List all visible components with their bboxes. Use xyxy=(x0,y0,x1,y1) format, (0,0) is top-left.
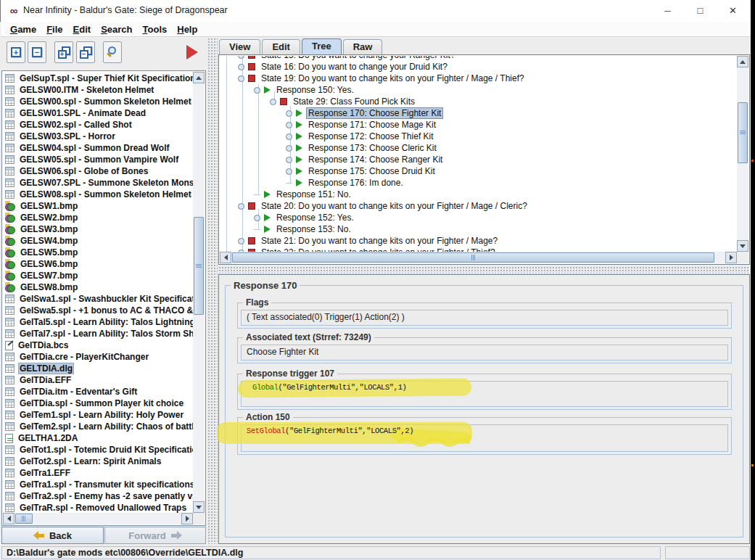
minimize-button[interactable]: ─ xyxy=(651,0,684,22)
scroll-left-arrow-icon[interactable] xyxy=(220,252,231,263)
list-item[interactable]: GelTDia.cre - PlayerKitChanger xyxy=(3,351,193,363)
scrollbar-thumb[interactable] xyxy=(15,514,33,524)
tree-node-state[interactable]: State 20: Do you want to change kits on … xyxy=(238,200,529,212)
list-item[interactable]: GELSW06.spl - Globe of Bones xyxy=(3,165,193,177)
list-item[interactable]: GelSwa1.spl - Swashbuckler Kit Specifica… xyxy=(3,293,193,305)
list-item[interactable]: GelTra2.spl - Enemy has -2 save penatly … xyxy=(3,490,193,502)
tab-tree[interactable]: Tree xyxy=(302,38,342,54)
list-item[interactable]: GELSW07.SPL - Summone Skeleton Monste xyxy=(3,177,193,189)
collapse-all-button[interactable]: − xyxy=(76,41,95,63)
expand-toggle-icon[interactable] xyxy=(254,87,260,94)
expand-toggle-icon[interactable] xyxy=(254,215,260,221)
list-item[interactable]: GELSW02.spl - Called Shot xyxy=(3,119,193,131)
list-item[interactable]: GELSW1.bmp xyxy=(3,200,193,212)
expand-toggle-icon[interactable] xyxy=(238,64,244,70)
expand-toggle-icon[interactable] xyxy=(286,110,292,117)
menu-item-search[interactable]: Search xyxy=(96,24,137,35)
find-button[interactable] xyxy=(103,41,122,63)
list-item[interactable]: GELSW03.SPL - Horror xyxy=(3,131,193,142)
expand-toggle-icon[interactable] xyxy=(238,203,244,210)
list-item[interactable]: GelTra1.EFF xyxy=(3,467,193,479)
tree-vertical-scrollbar[interactable] xyxy=(737,56,748,252)
expand-toggle-icon[interactable] xyxy=(286,168,292,175)
list-item[interactable]: GELSW7.bmp xyxy=(3,270,193,281)
tree-node-state[interactable]: State 19: Do you want to change kits on … xyxy=(238,73,527,84)
scrollbar-thumb[interactable] xyxy=(738,102,748,163)
list-item[interactable]: GELTDIA.dlg xyxy=(3,363,193,374)
resource-list-horizontal-scrollbar[interactable] xyxy=(3,513,193,524)
scroll-up-arrow-icon[interactable] xyxy=(193,72,205,83)
list-item[interactable]: GELSW00.spl - Summon Skeleton Helmet xyxy=(3,96,193,107)
tree-horizontal-scrollbar[interactable] xyxy=(220,252,737,263)
scroll-down-arrow-icon[interactable] xyxy=(737,240,748,252)
expand-toggle-icon[interactable] xyxy=(238,75,244,82)
tab-raw[interactable]: Raw xyxy=(343,39,383,54)
tree-node-response[interactable]: Response 172: Choose Thief Kit xyxy=(286,131,436,142)
tree-node-response[interactable]: Response 153: No. xyxy=(254,223,353,235)
menu-item-edit[interactable]: Edit xyxy=(68,24,96,35)
list-item[interactable]: GelTDia.spl - Summon Player kit choice xyxy=(3,398,193,409)
menu-item-tools[interactable]: Tools xyxy=(138,24,173,35)
launch-game-button[interactable] xyxy=(183,41,202,63)
tree-node-response[interactable]: Response 174: Choose Ranger Kit xyxy=(286,154,445,165)
list-item[interactable]: GelTra1.spl - Transmuter kit specificati… xyxy=(3,479,193,490)
menu-item-file[interactable]: File xyxy=(41,24,67,35)
expand-toggle-icon[interactable] xyxy=(238,56,244,59)
tree-node-state[interactable]: State 22: Do you want to change kits on … xyxy=(238,247,498,252)
expand-toggle-icon[interactable] xyxy=(270,99,276,105)
tree-node-response[interactable]: Response 151: No. xyxy=(254,189,353,200)
list-item[interactable]: GELSW8.bmp xyxy=(3,281,193,293)
scroll-left-arrow-icon[interactable] xyxy=(3,513,15,524)
scroll-down-arrow-icon[interactable] xyxy=(193,501,205,513)
list-item[interactable]: GelTem1.spl - Learn Ability: Holy Power xyxy=(3,409,193,421)
tab-edit[interactable]: Edit xyxy=(262,39,300,54)
menu-item-help[interactable]: Help xyxy=(172,24,202,35)
tree-node-response[interactable]: Response 176: Im done. xyxy=(286,177,405,189)
expand-toggle-icon[interactable] xyxy=(286,133,292,140)
tree-node-response[interactable]: Response 175: Choose Druid Kit xyxy=(286,165,437,177)
tree-node-response[interactable]: Response 152: Yes. xyxy=(254,212,356,223)
tree-node-response[interactable]: Response 150: Yes. xyxy=(254,84,356,96)
list-item[interactable]: GELSW08.spl - Summon Skeleton Helmet xyxy=(3,189,193,200)
list-item[interactable]: GELSW04.spl - Summon Dread Wolf xyxy=(3,142,193,154)
list-item[interactable]: GELSW01.SPL - Animate Dead xyxy=(3,107,193,119)
list-item[interactable]: GelSwa5.spl - +1 bonus to AC & THACO & D… xyxy=(3,305,193,316)
list-item[interactable]: GELSW05.spl - Summon Vampire Wolf xyxy=(3,154,193,165)
tab-view[interactable]: View xyxy=(219,39,260,54)
expand-toggle-icon[interactable] xyxy=(286,122,292,128)
list-item[interactable]: GELSW5.bmp xyxy=(3,247,193,258)
expand-node-button[interactable]: + xyxy=(7,41,25,63)
back-button[interactable]: Back xyxy=(1,527,104,544)
scrollbar-thumb[interactable] xyxy=(232,252,714,263)
scroll-right-arrow-icon[interactable] xyxy=(725,252,737,263)
list-item[interactable]: GelTDia.itm - Edventar's Gift xyxy=(3,386,193,398)
close-button[interactable]: ✕ xyxy=(717,0,749,22)
tree-node-state[interactable]: State 15: Do you want to change your Ran… xyxy=(238,56,458,61)
list-item[interactable]: GELSW2.bmp xyxy=(3,212,193,223)
list-item[interactable]: GelSupT.spl - Super Thief Kit Specificat… xyxy=(3,73,193,84)
tree-node-state[interactable]: State 29: Class Found Pick Kits xyxy=(270,96,417,107)
menu-item-game[interactable]: Game xyxy=(5,24,41,35)
tree-node-state[interactable]: State 16: Do you want to change your Dru… xyxy=(238,61,450,73)
expand-toggle-icon[interactable] xyxy=(286,157,292,163)
list-item[interactable]: GelTem2.spl - Learn Ability: Chaos of ba… xyxy=(3,421,193,432)
tree-node-response[interactable]: Response 173: Choose Cleric Kit xyxy=(286,142,439,154)
list-item[interactable]: GelTot2.spl - Learn: Spirit Animals xyxy=(3,456,193,467)
scroll-up-arrow-icon[interactable] xyxy=(737,56,748,67)
list-item[interactable]: GelTot1.spl - Totemic Druid Kit Specific… xyxy=(3,444,193,456)
resource-list-vertical-scrollbar[interactable] xyxy=(193,72,205,513)
scrollbar-thumb[interactable] xyxy=(194,217,204,315)
list-item[interactable]: GelTal7.spl - Learn Ability: Talos Storm… xyxy=(3,328,193,339)
list-item[interactable]: GELSW00.ITM - Skeleton Helmet xyxy=(3,84,193,96)
list-item[interactable]: GelTraR.spl - Removed Unallowed Traps xyxy=(3,502,193,513)
expand-toggle-icon[interactable] xyxy=(238,238,244,244)
forward-button[interactable]: Forward xyxy=(104,527,206,544)
list-item[interactable]: GelTDia.EFF xyxy=(3,374,193,386)
list-item[interactable]: GELTHA1.2DA xyxy=(3,432,193,444)
scroll-right-arrow-icon[interactable] xyxy=(181,513,193,524)
maximize-button[interactable]: □ xyxy=(684,0,717,22)
expand-all-button[interactable]: + xyxy=(54,41,73,63)
list-item[interactable]: GELSW6.bmp xyxy=(3,258,193,270)
expand-toggle-icon[interactable] xyxy=(286,145,292,152)
vertical-splitter[interactable] xyxy=(207,38,218,544)
